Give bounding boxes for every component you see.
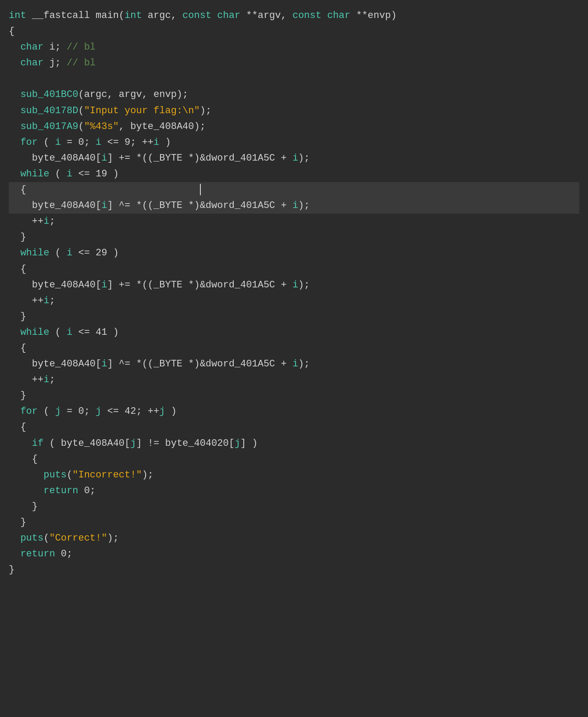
code-token: { bbox=[9, 264, 26, 275]
code-token: } bbox=[9, 564, 14, 575]
code-token: } bbox=[9, 501, 38, 512]
code-token: ( bbox=[43, 533, 49, 544]
code-token: ); bbox=[298, 200, 310, 211]
code-line: int __fastcall main(int argc, const char… bbox=[9, 8, 579, 24]
code-line: { bbox=[9, 24, 579, 39]
code-token bbox=[9, 121, 20, 132]
code-token bbox=[9, 549, 20, 559]
code-line: return 0; bbox=[9, 483, 579, 499]
code-token: { bbox=[9, 26, 14, 37]
code-line: } bbox=[9, 229, 579, 245]
code-token: } bbox=[9, 311, 26, 322]
code-token: while bbox=[20, 327, 49, 338]
code-token: i bbox=[153, 137, 159, 148]
code-token: "Input your flag:\n" bbox=[84, 105, 200, 116]
code-line: sub_4017A9("%43s", byte_408A40); bbox=[9, 119, 579, 135]
code-token: int bbox=[9, 10, 26, 21]
code-token bbox=[9, 57, 20, 68]
code-token: ] += *((_BYTE *)&dword_401A5C + bbox=[107, 153, 292, 164]
code-token bbox=[9, 406, 20, 417]
code-token: ++ bbox=[9, 295, 43, 306]
code-line: byte_408A40[i] ^= *((_BYTE *)&dword_401A… bbox=[9, 356, 579, 372]
code-token: i bbox=[292, 358, 298, 369]
code-token bbox=[9, 168, 20, 179]
code-token: ( bbox=[38, 137, 55, 148]
code-token: ] ^= *((_BYTE *)&dword_401A5C + bbox=[107, 358, 292, 369]
code-token bbox=[9, 470, 43, 480]
code-token: i bbox=[55, 137, 61, 148]
code-token: i bbox=[67, 327, 72, 338]
code-line: byte_408A40[i] += *((_BYTE *)&dword_401A… bbox=[9, 277, 579, 293]
code-token: sub_4017A9 bbox=[20, 121, 78, 132]
code-token: char bbox=[20, 57, 43, 68]
code-token: i bbox=[292, 200, 298, 211]
code-line: ++i; bbox=[9, 293, 579, 309]
code-line: sub_401BC0(argc, argv, envp); bbox=[9, 87, 579, 103]
code-token: ++ bbox=[9, 216, 43, 227]
code-token: , byte_408A40); bbox=[119, 121, 206, 132]
code-line: { bbox=[9, 452, 579, 467]
code-token: sub_401BC0 bbox=[20, 89, 78, 100]
code-token: **envp) bbox=[350, 10, 397, 21]
code-token: } bbox=[9, 517, 26, 528]
code-token: return bbox=[20, 549, 55, 559]
code-token: ( bbox=[49, 247, 67, 258]
code-token: i bbox=[292, 280, 298, 290]
code-token: i bbox=[67, 168, 72, 179]
code-line: char j; // bl bbox=[9, 55, 579, 71]
code-token: i bbox=[67, 247, 72, 258]
code-line: puts("Incorrect!"); bbox=[9, 467, 579, 483]
code-token: ++ bbox=[9, 374, 43, 385]
code-token: ); bbox=[200, 105, 211, 116]
code-token: ; bbox=[49, 374, 55, 385]
code-line: sub_40178D("Input your flag:\n"); bbox=[9, 103, 579, 119]
code-token: i bbox=[292, 153, 298, 164]
code-token: ( bbox=[78, 121, 84, 132]
code-token: puts bbox=[43, 470, 67, 480]
code-token: i bbox=[96, 137, 101, 148]
code-token: j bbox=[130, 438, 136, 449]
code-token: ); bbox=[298, 358, 310, 369]
code-token: i bbox=[43, 295, 49, 306]
code-token: ; bbox=[49, 216, 55, 227]
code-token: byte_408A40[ bbox=[9, 153, 101, 164]
code-token: ( bbox=[78, 105, 84, 116]
code-token: return bbox=[43, 485, 78, 496]
code-line: byte_408A40[i] ^= *((_BYTE *)&dword_401A… bbox=[9, 198, 579, 214]
code-token: <= 41 ) bbox=[72, 327, 119, 338]
code-line: for ( j = 0; j <= 42; ++j ) bbox=[9, 404, 579, 419]
code-token: ) bbox=[159, 137, 171, 148]
code-token: char bbox=[327, 10, 350, 21]
code-line: return 0; bbox=[9, 546, 579, 562]
code-token: const bbox=[182, 10, 211, 21]
code-token: } bbox=[9, 390, 26, 401]
code-token: { bbox=[9, 422, 26, 433]
code-token: i; bbox=[43, 42, 67, 53]
code-token: "Incorrect!" bbox=[72, 470, 142, 480]
code-token: ); bbox=[298, 153, 310, 164]
code-token: <= 29 ) bbox=[72, 247, 119, 258]
code-token: ); bbox=[107, 533, 118, 544]
code-token: ) bbox=[165, 406, 176, 417]
code-token: ] ) bbox=[240, 438, 258, 449]
code-line: { bbox=[9, 341, 579, 356]
code-token: j bbox=[235, 438, 240, 449]
code-token: "%43s" bbox=[84, 121, 119, 132]
code-token: // bl bbox=[67, 57, 96, 68]
code-line: } bbox=[9, 515, 579, 531]
code-token: j bbox=[96, 406, 101, 417]
code-line: while ( i <= 41 ) bbox=[9, 325, 579, 341]
code-token: byte_408A40[ bbox=[9, 280, 101, 290]
code-line: while ( i <= 29 ) bbox=[9, 245, 579, 261]
code-token: if bbox=[32, 438, 43, 449]
code-token bbox=[9, 438, 32, 449]
code-token: ( byte_408A40[ bbox=[43, 438, 130, 449]
code-line: { bbox=[9, 419, 579, 435]
code-token: byte_408A40[ bbox=[9, 358, 101, 369]
code-token bbox=[211, 10, 217, 21]
code-token bbox=[9, 42, 20, 53]
code-token: (argc, argv, envp); bbox=[78, 89, 188, 100]
code-token: ( bbox=[67, 470, 72, 480]
code-line: } bbox=[9, 562, 579, 578]
code-token: } bbox=[9, 232, 26, 243]
